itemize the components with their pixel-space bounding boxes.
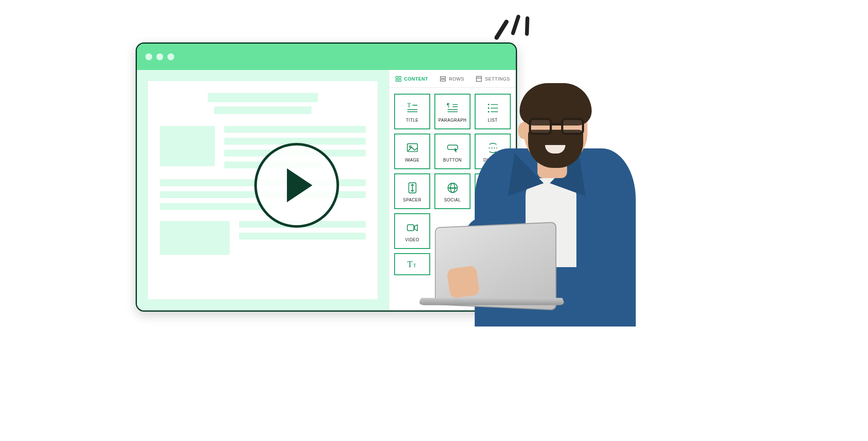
window-dot (145, 53, 152, 60)
tab-settings[interactable]: SETTINGS (476, 75, 510, 82)
text-icon: TT (405, 257, 420, 271)
block-label: SPACER (403, 198, 421, 202)
svg-point-24 (409, 145, 411, 147)
svg-text:T: T (407, 102, 411, 109)
grid-icon (395, 75, 402, 82)
svg-marker-36 (415, 225, 417, 231)
rows-icon (440, 75, 446, 82)
canvas-area[interactable] (137, 70, 389, 310)
placeholder-image (160, 126, 215, 166)
person-illustration (428, 89, 648, 327)
block-spacer[interactable]: SPACER (394, 173, 430, 209)
block-label: TITLE (406, 118, 419, 123)
tab-rows[interactable]: ROWS (440, 75, 464, 82)
placeholder-line (160, 203, 273, 210)
tab-label: CONTENT (404, 76, 428, 81)
svg-rect-0 (396, 76, 398, 78)
block-label: IMAGE (405, 158, 420, 162)
svg-rect-3 (399, 79, 401, 81)
tab-label: ROWS (449, 76, 464, 81)
video-icon (405, 220, 420, 235)
placeholder-line (239, 233, 366, 240)
svg-text:T: T (407, 260, 413, 269)
play-icon (287, 168, 312, 202)
block-image[interactable]: IMAGE (394, 134, 430, 169)
svg-rect-2 (396, 79, 398, 81)
block-title[interactable]: T TITLE (394, 94, 430, 129)
tab-content[interactable]: CONTENT (395, 75, 428, 82)
svg-rect-1 (399, 76, 401, 78)
panel-tabs: CONTENT ROWS SETTINGS (389, 70, 516, 88)
settings-icon (476, 75, 482, 82)
title-icon: T (405, 101, 420, 115)
tab-label: SETTINGS (485, 76, 510, 81)
image-icon (405, 141, 420, 155)
spacer-icon (405, 181, 420, 195)
laptop-icon (420, 225, 572, 322)
placeholder-title (208, 93, 318, 102)
window-dot (167, 53, 174, 60)
placeholder-image (160, 221, 230, 255)
svg-rect-6 (476, 76, 481, 81)
window-dot (156, 53, 163, 60)
placeholder-line (224, 126, 366, 133)
svg-text:T: T (413, 262, 416, 268)
window-titlebar (137, 44, 516, 70)
svg-rect-4 (440, 76, 445, 78)
play-button[interactable] (254, 143, 339, 228)
placeholder-subtitle (214, 106, 312, 114)
block-label: VIDEO (405, 237, 420, 242)
svg-rect-5 (440, 79, 445, 81)
svg-rect-35 (407, 225, 414, 231)
